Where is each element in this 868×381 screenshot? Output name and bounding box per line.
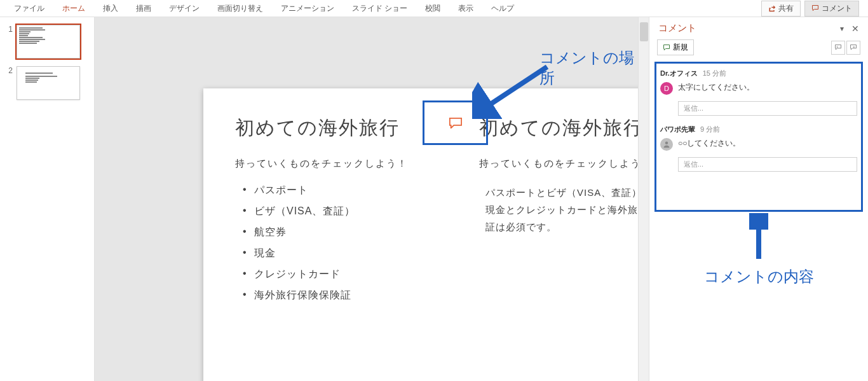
pane-options-icon[interactable]: ▾ bbox=[840, 24, 844, 33]
prev-icon bbox=[834, 44, 842, 52]
slide-canvas[interactable]: 初めての海外旅行 持っていくものをチェックしよう！ パスポート ビザ（VISA、… bbox=[95, 17, 649, 381]
tab-design[interactable]: デザイン bbox=[160, 1, 208, 17]
list-item: 海外旅行保険保険証 bbox=[254, 289, 451, 302]
new-comment-icon bbox=[663, 44, 670, 52]
comment-text: ○○してください。 bbox=[678, 138, 741, 149]
comment-item-2[interactable]: パワポ先輩 9 分前 ○○してください。 返信... bbox=[660, 125, 857, 172]
comment-time: 9 分前 bbox=[700, 125, 720, 134]
share-button[interactable]: 共有 bbox=[761, 1, 801, 17]
next-comment-button[interactable] bbox=[846, 41, 860, 55]
thumb-number: 1 bbox=[5, 25, 13, 34]
share-icon bbox=[768, 4, 776, 12]
avatar bbox=[660, 138, 673, 151]
bullet-list[interactable]: パスポート ビザ（VISA、査証） 航空券 現金 クレジットカード 海外旅行保険… bbox=[235, 184, 451, 302]
tab-animations[interactable]: アニメーション bbox=[272, 1, 343, 17]
prev-comment-button[interactable] bbox=[831, 41, 845, 55]
ribbon-tabs: ファイル ホーム 挿入 描画 デザイン 画面切り替え アニメーション スライド … bbox=[0, 0, 868, 17]
list-item: 航空券 bbox=[254, 226, 451, 239]
slide-left-column: 初めての海外旅行 持っていくものをチェックしよう！ パスポート ビザ（VISA、… bbox=[235, 115, 451, 310]
close-icon[interactable]: ✕ bbox=[851, 24, 859, 34]
tab-help[interactable]: ヘルプ bbox=[482, 1, 523, 17]
tab-insert[interactable]: 挿入 bbox=[94, 1, 127, 17]
slide-subtitle-left[interactable]: 持っていくものをチェックしよう！ bbox=[235, 158, 451, 170]
slide-paragraph[interactable]: パスポートとビザ（VISA、査証）と航空券と現金とクレジットカードと海外旅行保険… bbox=[479, 184, 649, 235]
svg-point-2 bbox=[665, 142, 668, 145]
comment-time: 15 分前 bbox=[703, 69, 726, 78]
annotation-content-label: コメントの内容 bbox=[704, 267, 814, 287]
arrow-3 bbox=[749, 213, 768, 264]
new-comment-label: 新規 bbox=[673, 42, 688, 53]
tab-view[interactable]: 表示 bbox=[449, 1, 482, 17]
tab-file[interactable]: ファイル bbox=[5, 1, 53, 17]
comment-list-highlight: Dr.オフィス 15 分前 D 太字にしてください。 返信... パワポ先輩 9… bbox=[654, 62, 863, 212]
tab-draw[interactable]: 描画 bbox=[127, 1, 160, 17]
slide-title-right[interactable]: 初めての海外旅行 bbox=[479, 115, 649, 141]
next-icon bbox=[850, 44, 857, 52]
comment-toggle-label: コメント bbox=[822, 3, 852, 14]
comment-icon bbox=[811, 4, 819, 12]
comment-bubble-icon bbox=[449, 117, 463, 128]
tab-home[interactable]: ホーム bbox=[53, 1, 94, 17]
comment-author: パワポ先輩 bbox=[660, 125, 695, 134]
tab-review[interactable]: 校閲 bbox=[416, 1, 449, 17]
comment-text: 太字にしてください。 bbox=[678, 82, 754, 93]
comment-toggle-button[interactable]: コメント bbox=[804, 1, 859, 17]
svg-line-0 bbox=[484, 67, 547, 109]
thumb-preview-1 bbox=[17, 25, 80, 59]
vertical-scrollbar[interactable] bbox=[638, 17, 649, 381]
thumbnail-2[interactable]: 2 bbox=[0, 64, 94, 105]
comment-item-1[interactable]: Dr.オフィス 15 分前 D 太字にしてください。 返信... bbox=[660, 69, 857, 116]
reply-input[interactable]: 返信... bbox=[678, 157, 857, 172]
tab-slideshow[interactable]: スライド ショー bbox=[343, 1, 416, 17]
list-item: 現金 bbox=[254, 247, 451, 260]
reply-input[interactable]: 返信... bbox=[678, 101, 857, 116]
share-label: 共有 bbox=[778, 3, 794, 14]
thumbnail-1[interactable]: 1 bbox=[0, 22, 94, 64]
thumb-number: 2 bbox=[5, 66, 13, 75]
list-item: パスポート bbox=[254, 184, 451, 197]
slide-subtitle-right[interactable]: 持っていくものをチェックしよう！ bbox=[479, 158, 649, 170]
slide-thumbnails: 1 2 bbox=[0, 17, 95, 381]
new-comment-button[interactable]: 新規 bbox=[657, 39, 694, 55]
thumb-preview-2 bbox=[17, 66, 80, 100]
comments-pane: コメント ▾ ✕ 新規 Dr.オフィス 15 分前 bbox=[649, 17, 868, 381]
scroll-thumb[interactable] bbox=[640, 22, 648, 41]
list-item: ビザ（VISA、査証） bbox=[254, 205, 451, 218]
avatar: D bbox=[660, 82, 673, 95]
slide-right-column: 初めての海外旅行 持っていくものをチェックしよう！ パスポートとビザ（VISA、… bbox=[479, 115, 649, 310]
comment-author: Dr.オフィス bbox=[660, 69, 698, 78]
slide-title-left[interactable]: 初めての海外旅行 bbox=[235, 115, 451, 141]
tab-transitions[interactable]: 画面切り替え bbox=[208, 1, 272, 17]
arrow-1 bbox=[472, 62, 555, 119]
list-item: クレジットカード bbox=[254, 268, 451, 281]
comments-pane-title: コメント bbox=[658, 22, 696, 34]
